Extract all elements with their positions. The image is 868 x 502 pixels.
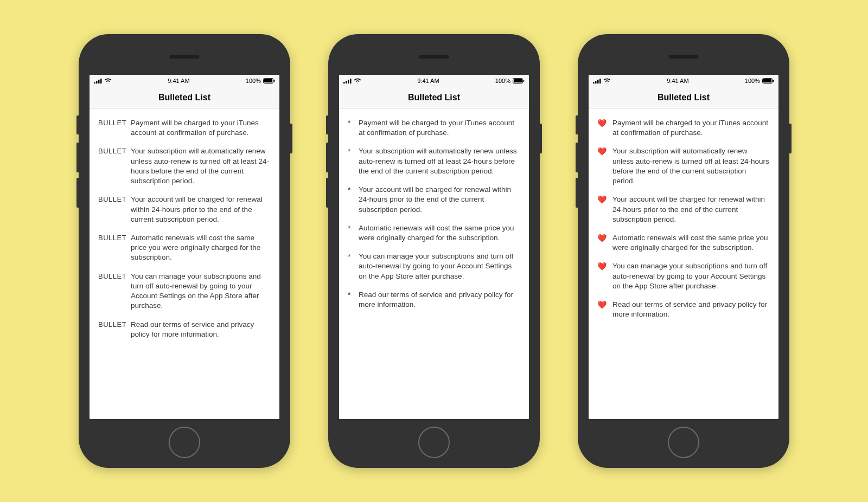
bullet-marker: BULLET: [98, 272, 125, 281]
list-item-text: Your subscription will automatically ren…: [359, 146, 520, 176]
heart-icon: ❤️: [597, 300, 607, 310]
status-right: 100%: [495, 78, 525, 84]
home-button[interactable]: [668, 427, 699, 458]
list-item-text: Read our terms of service and privacy po…: [131, 320, 271, 339]
list-item: BULLETPayment will be charged to your iT…: [98, 118, 271, 138]
bullet-marker: BULLET: [98, 320, 125, 330]
list-item-text: Payment will be charged to your iTunes a…: [359, 118, 520, 138]
svg-rect-12: [514, 79, 522, 82]
status-battery-pct: 100%: [495, 78, 510, 84]
heart-icon: ❤️: [597, 233, 607, 243]
signal-icon: [593, 78, 601, 83]
bullet-marker: *: [348, 185, 353, 195]
list-item-text: You can manage your subscriptions and tu…: [612, 261, 770, 291]
bullet-marker: BULLET: [98, 146, 125, 156]
battery-icon: [513, 78, 525, 83]
phone-mockup-3: 9:41 AM 100% Bulleted List ❤️Payment wil…: [578, 34, 789, 468]
status-time: 9:41 AM: [417, 78, 439, 84]
list-item: BULLETYour subscription will automatical…: [98, 146, 271, 186]
phone-mockup-1: 9:41 AM 100% Bulleted List BULLETPayment…: [79, 34, 290, 468]
battery-icon: [263, 78, 275, 83]
svg-rect-9: [348, 80, 349, 83]
list-item-text: Automatic renewals will cost the same pr…: [131, 233, 271, 263]
phone-power-button: [789, 124, 792, 153]
list-item: ❤️Read our terms of service and privacy …: [597, 300, 770, 319]
signal-icon: [94, 78, 102, 83]
list-item: BULLETYour account will be charged for r…: [98, 195, 271, 224]
list-item-text: Your subscription will automatically ren…: [131, 146, 271, 186]
stage: 9:41 AM 100% Bulleted List BULLETPayment…: [0, 0, 868, 502]
status-time: 9:41 AM: [667, 78, 688, 84]
home-button[interactable]: [169, 427, 200, 458]
svg-rect-13: [524, 80, 525, 82]
svg-rect-8: [346, 81, 347, 83]
status-bar: 9:41 AM 100%: [90, 75, 279, 87]
list-item: ❤️Payment will be charged to your iTunes…: [597, 118, 770, 138]
svg-rect-5: [264, 79, 272, 82]
phone-power-button: [290, 124, 292, 153]
bullet-marker: *: [348, 118, 353, 128]
list-item-text: Your account will be charged for renewal…: [612, 195, 770, 224]
list-item: ❤️Automatic renewals will cost the same …: [597, 233, 770, 253]
nav-title: Bulleted List: [158, 93, 210, 102]
nav-bar: Bulleted List: [589, 87, 778, 108]
status-left: [94, 78, 112, 83]
svg-rect-16: [597, 80, 599, 83]
list-item: *Automatic renewals will cost the same p…: [348, 223, 520, 243]
nav-title: Bulleted List: [658, 93, 710, 102]
svg-rect-2: [98, 80, 100, 83]
svg-rect-6: [274, 80, 275, 82]
svg-rect-0: [94, 82, 95, 83]
status-right: 100%: [246, 78, 275, 84]
nav-title: Bulleted List: [408, 93, 460, 102]
list-item-text: Your subscription will automatically ren…: [612, 146, 770, 186]
content-area: *Payment will be charged to your iTunes …: [339, 108, 529, 419]
phone-screen: 9:41 AM 100% Bulleted List BULLETPayment…: [90, 75, 279, 419]
phone-power-button: [540, 124, 542, 153]
heart-icon: ❤️: [597, 261, 607, 272]
nav-bar: Bulleted List: [90, 87, 279, 108]
list-item: BULLETAutomatic renewals will cost the s…: [98, 233, 271, 263]
status-left: [593, 78, 611, 83]
svg-rect-17: [599, 79, 601, 83]
heart-icon: ❤️: [597, 146, 607, 157]
list-item: *Payment will be charged to your iTunes …: [348, 118, 520, 138]
list-item-text: Payment will be charged to your iTunes a…: [612, 118, 770, 138]
content-area: ❤️Payment will be charged to your iTunes…: [589, 108, 778, 419]
status-bar: 9:41 AM 100%: [589, 75, 778, 87]
phone-speaker: [669, 55, 699, 59]
list-item: ❤️Your account will be charged for renew…: [597, 195, 770, 224]
svg-rect-15: [595, 81, 597, 83]
phone-speaker: [419, 55, 449, 59]
wifi-icon: [354, 78, 361, 83]
list-item-text: You can manage your subscriptions and tu…: [131, 272, 271, 311]
list-item-text: Read our terms of service and privacy po…: [359, 290, 520, 310]
nav-bar: Bulleted List: [339, 87, 529, 108]
heart-icon: ❤️: [597, 118, 607, 128]
status-time: 9:41 AM: [168, 78, 189, 84]
bullet-marker: *: [348, 290, 353, 300]
wifi-icon: [104, 78, 112, 83]
svg-rect-19: [763, 79, 771, 82]
bullet-marker: BULLET: [98, 195, 125, 204]
list-item: *Your subscription will automatically re…: [348, 146, 520, 176]
phone-screen: 9:41 AM 100% Bulleted List *Payment will…: [339, 75, 529, 419]
content-area: BULLETPayment will be charged to your iT…: [90, 108, 279, 419]
status-battery-pct: 100%: [745, 78, 760, 84]
list-item-text: Read our terms of service and privacy po…: [612, 300, 770, 319]
svg-rect-3: [100, 79, 102, 83]
bullet-marker: BULLET: [98, 118, 125, 128]
list-item: *You can manage your subscriptions and t…: [348, 252, 520, 281]
status-right: 100%: [745, 78, 774, 84]
home-button[interactable]: [418, 427, 450, 458]
signal-icon: [343, 78, 352, 83]
phone-speaker: [170, 55, 200, 59]
list-item-text: Automatic renewals will cost the same pr…: [612, 233, 770, 253]
battery-icon: [762, 78, 774, 83]
heart-icon: ❤️: [597, 195, 607, 205]
list-item: BULLETYou can manage your subscriptions …: [98, 272, 271, 311]
list-item: ❤️You can manage your subscriptions and …: [597, 261, 770, 291]
wifi-icon: [603, 78, 611, 83]
list-item-text: Your account will be charged for renewal…: [131, 195, 271, 224]
status-left: [343, 78, 361, 83]
